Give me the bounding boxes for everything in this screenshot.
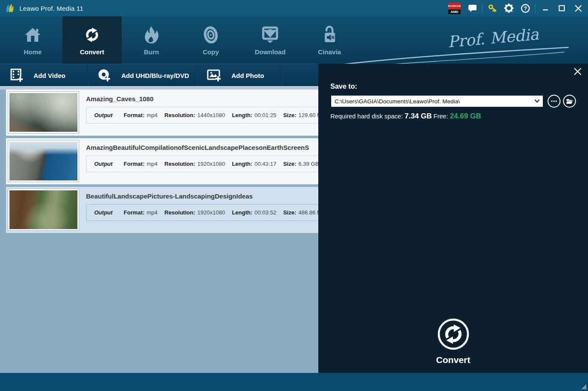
video-list-item[interactable]: AmazingBeautifulCompilationofScenicLands… <box>6 138 318 184</box>
required-space-label: Required hard disk space: <box>330 113 403 120</box>
resolution-pair: Resolution:1920x1080 <box>164 161 225 167</box>
free-space-label: Free: <box>434 113 448 120</box>
nav-tab-download[interactable]: Download <box>240 16 300 64</box>
size-pair: Size:6.39 GB <box>283 161 318 167</box>
disk-space-status: Required hard disk space: 7.34 GB Free: … <box>330 112 481 121</box>
convert-button[interactable]: Convert <box>318 318 588 365</box>
convert-settings-panel: Save to: Required hard disk space: 7.34 … <box>318 64 588 373</box>
convert-button-label: Convert <box>318 355 588 365</box>
video-thumbnail <box>8 140 79 182</box>
toolbar: Add Video Add UHD/Blu-ray/DVD <box>0 64 318 86</box>
copy-disc-icon <box>202 25 219 45</box>
length-pair: Length:00:01:25 <box>232 112 276 118</box>
toolbar-separator <box>281 64 282 87</box>
photo-plus-icon <box>206 68 222 83</box>
length-pair: Length:00:43:17 <box>232 161 276 167</box>
video-list: Amazing_Caves_1080 Output Format:mp4 Res… <box>0 86 318 373</box>
main-nav: Home Convert <box>0 16 588 64</box>
app-logo-icon <box>4 3 15 14</box>
register-key-icon[interactable] <box>484 0 501 16</box>
output-label: Output <box>94 209 113 216</box>
titlebar-divider <box>535 4 536 12</box>
cinavia-unlock-mute-icon <box>321 25 338 45</box>
video-thumbnail <box>8 91 79 133</box>
close-button[interactable] <box>570 0 586 16</box>
home-icon <box>24 25 42 45</box>
resolution-pair: Resolution:1920x1080 <box>164 209 225 216</box>
video-title: BeautifulLandscapePictures-LandscapingDe… <box>86 192 318 200</box>
window-title: Leawo Prof. Media 11 <box>19 5 83 12</box>
panel-close-icon[interactable] <box>574 68 582 76</box>
output-info-box[interactable]: Output Format:mp4 Resolution:1920x1080 L… <box>86 204 318 221</box>
titlebar-divider <box>482 4 483 12</box>
open-folder-icon <box>566 98 573 104</box>
app-window: Leawo Prof. Media 11 RADEON AMD <box>0 0 588 391</box>
video-thumbnail <box>8 189 79 231</box>
convert-icon <box>82 25 102 45</box>
video-list-item[interactable]: BeautifulLandscapePictures-LandscapingDe… <box>6 187 318 233</box>
maximize-button[interactable] <box>554 0 570 16</box>
output-info-box[interactable]: Output Format:mp4 Resolution:1920x1080 L… <box>86 155 318 172</box>
nav-tab-home[interactable]: Home <box>3 16 62 64</box>
content-left: Add Video Add UHD/Blu-ray/DVD <box>0 64 318 373</box>
resolution-pair: Resolution:1440x1080 <box>164 112 225 118</box>
film-plus-icon <box>9 68 24 83</box>
format-pair: Format:mp4 <box>124 161 158 167</box>
output-label: Output <box>94 112 113 118</box>
amd-radeon-badge: RADEON AMD <box>448 3 461 14</box>
video-title: Amazing_Caves_1080 <box>86 95 318 102</box>
settings-gear-icon[interactable] <box>501 0 517 16</box>
resize-grip[interactable] <box>580 383 587 390</box>
minimize-button[interactable] <box>537 0 554 16</box>
length-pair: Length:00:03:52 <box>232 209 276 216</box>
format-pair: Format:mp4 <box>124 112 158 118</box>
svg-text:?: ? <box>523 6 526 12</box>
download-icon <box>261 25 279 45</box>
format-pair: Format:mp4 <box>124 209 158 216</box>
nav-tab-copy[interactable]: Copy <box>181 16 240 64</box>
convert-circle-icon <box>437 318 470 351</box>
brand-text: Prof. Media <box>447 25 540 51</box>
titlebar: Leawo Prof. Media 11 RADEON AMD <box>0 0 588 16</box>
save-to-label: Save to: <box>330 83 357 90</box>
add-video-button[interactable]: Add Video <box>0 64 87 87</box>
nav-tab-burn[interactable]: Burn <box>122 16 181 64</box>
required-space-value: 7.34 GB <box>405 112 432 120</box>
help-icon[interactable]: ? <box>517 0 533 16</box>
open-folder-button[interactable] <box>563 95 576 108</box>
thumbnail-image <box>9 190 77 229</box>
free-space-value: 24.69 GB <box>450 112 481 120</box>
thumbnail-image <box>9 93 77 132</box>
bottom-status-bar <box>0 373 588 391</box>
video-title: AmazingBeautifulCompilationofScenicLands… <box>86 144 318 151</box>
browse-ellipsis-button[interactable] <box>548 95 560 108</box>
feedback-chat-icon[interactable] <box>464 0 480 16</box>
output-label: Output <box>94 161 113 167</box>
prof-media-brand-logo: Prof. Media <box>339 25 571 68</box>
output-info-box[interactable]: Output Format:mp4 Resolution:1440x1080 L… <box>86 107 318 124</box>
size-pair: Size:486.86 MB <box>283 209 318 216</box>
nav-tab-convert[interactable]: Convert <box>62 16 122 64</box>
list-top-strip <box>0 86 318 90</box>
thumbnail-image <box>9 142 77 180</box>
size-pair: Size:129.60 MB <box>283 112 318 118</box>
save-path-input[interactable] <box>331 96 543 107</box>
video-list-item[interactable]: Amazing_Caves_1080 Output Format:mp4 Res… <box>6 90 318 136</box>
disc-plus-icon <box>97 68 112 83</box>
nav-tab-cinavia[interactable]: Cinavia <box>300 16 359 64</box>
add-uhd-bluray-dvd-button[interactable]: Add UHD/Blu-ray/DVD <box>88 64 197 87</box>
add-photo-button[interactable]: Add Photo <box>197 64 281 87</box>
burn-flame-icon <box>143 25 160 45</box>
